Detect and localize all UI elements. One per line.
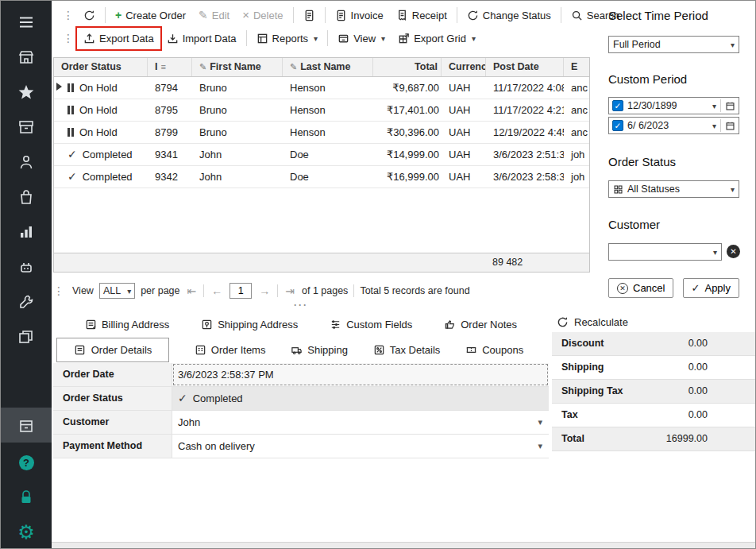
view-button[interactable]: View ▾ [332,29,391,48]
payment-method-field[interactable]: Cash on delivery [172,435,549,458]
tab-order-details[interactable]: Order Details [56,338,169,362]
check-icon: ✓ [68,166,77,188]
toolbar-drag-handle[interactable]: ⋮ [63,32,73,44]
view-icon [338,33,349,44]
tab-order-notes[interactable]: Order Notes [444,319,517,331]
sidebar-item-help[interactable]: ? [1,447,52,477]
totals-row-discount: Discount0.00 [552,332,755,356]
table-row[interactable]: ✓Completed 9342 John Doe ₹16,999.00 UAH … [54,166,589,188]
sidebar-item-customers[interactable] [1,147,52,177]
edit-button[interactable]: ✎ Edit [193,6,235,25]
recalculate-label: Recalculate [574,316,628,328]
change-status-button[interactable]: Change Status [461,6,557,25]
column-header-total[interactable]: Total [373,58,442,76]
sidebar-item-cards[interactable] [1,322,52,352]
sidebar-item-settings[interactable]: ⚙ [1,517,52,547]
app-window: ? ⚙ ⋮ + Create Order ✎ Edit × Delete [0,0,756,549]
sidebar-item-reports[interactable] [1,217,52,247]
reports-label: Reports [272,33,309,44]
sidebar-item-store[interactable] [1,42,52,72]
last-page-button[interactable]: ⇥ [284,284,296,297]
page-number-input[interactable] [230,283,252,299]
form-row-order-status: Order Status ✓ Completed [53,387,549,411]
create-order-label: Create Order [125,10,186,21]
checkbox-checked-icon[interactable]: ✓ [612,100,623,111]
sidebar-item-plugins[interactable] [1,252,52,282]
customer-label: Customer [53,411,172,434]
recalculate-button[interactable]: Recalculate [552,311,755,332]
refresh-icon [83,10,95,21]
sidebar-item-archive[interactable] [1,112,52,142]
table-row[interactable]: On Hold 8794 Bruno Henson ₹9,687.00 UAH … [54,77,589,99]
toolbar-separator [457,7,457,23]
tab-custom-fields[interactable]: Custom Fields [330,319,412,331]
export-grid-button[interactable]: Export Grid ▾ [392,29,481,48]
reports-button[interactable]: Reports ▾ [251,29,324,48]
cancel-circle-icon: ✕ [617,283,628,294]
column-header-last-name[interactable]: ✎Last Name [283,58,373,76]
pager-bar: ⋮ View ALL ▾ per page ⇤ ← → ⇥ of 1 pages… [53,280,590,301]
toolbar-drag-handle[interactable]: ⋮ [63,9,73,21]
order-status-field[interactable]: ✓ Completed [172,387,549,410]
cancel-button[interactable]: ✕ Cancel [608,278,673,298]
sidebar-item-menu[interactable] [1,7,52,37]
customer-input[interactable] [613,246,712,258]
clear-customer-button[interactable]: ✕ [727,245,740,258]
date-to-picker[interactable]: ✓ 6/ 6/2023 ▾ [608,117,739,134]
invoice-button[interactable]: Invoice [330,6,389,25]
chevron-down-icon: ▾ [731,185,735,194]
pencil-icon: ✎ [199,10,208,21]
column-header-id[interactable]: I≡ [148,58,192,76]
form-row-order-date: Order Date 3/6/2023 2:58:37 PM [53,363,549,387]
x-icon: × [242,10,249,21]
change-status-label: Change Status [483,10,551,21]
column-header-currency[interactable]: Currency [442,58,486,76]
order-status-select[interactable]: All Statuses ▾ [608,180,739,198]
table-row[interactable]: ✓Completed 9341 John Doe ₹14,999.00 UAH … [54,144,589,166]
checkbox-checked-icon[interactable]: ✓ [612,120,623,131]
time-period-select[interactable]: Full Period ▾ [608,36,739,53]
export-data-button[interactable]: Export Data [78,29,160,48]
column-header-first-name[interactable]: ✎First Name [192,58,283,76]
date-from-picker[interactable]: ✓ 12/30/1899 ▾ [608,97,739,114]
column-header-order-status[interactable]: Order Status [54,58,148,76]
receipt-label: Receipt [412,10,447,21]
refresh-button[interactable] [78,6,101,25]
tab-billing-address[interactable]: Billing Address [85,319,169,331]
total-sum-value: 89 482 [492,257,523,268]
tab-shipping-address[interactable]: Shipping Address [201,319,298,331]
sidebar-item-tools[interactable] [1,287,52,317]
table-row[interactable]: On Hold 8795 Bruno Henson ₹17,401.00 UAH… [54,99,589,122]
customer-field[interactable]: John [172,411,549,434]
customer-combo[interactable]: ▾ [608,243,722,261]
table-row[interactable]: On Hold 8799 Bruno Henson ₹30,396.00 UAH… [54,122,589,144]
sidebar-item-lock[interactable] [1,482,52,512]
pager-drag-handle[interactable]: ⋮ [53,284,64,297]
create-order-button[interactable]: + Create Order [110,6,191,25]
delete-button[interactable]: × Delete [237,6,288,25]
first-page-button[interactable]: ⇤ [186,284,199,297]
prev-page-button[interactable]: ← [210,284,224,297]
order-status-label: Order Status [53,387,172,410]
page-size-select[interactable]: ALL ▾ [99,283,135,299]
print-document-button[interactable] [298,6,321,25]
sidebar-item-sales[interactable] [1,182,52,212]
export-data-label: Export Data [99,33,154,44]
next-page-button[interactable]: → [257,284,272,297]
bag-icon [17,188,35,206]
panel-splitter-handle[interactable]: ··· [53,301,549,309]
tab-coupons[interactable]: Coupons [465,344,523,356]
order-date-field[interactable]: 3/6/2023 2:58:37 PM [172,363,549,386]
receipt-button[interactable]: Receipt [391,6,453,25]
column-header-post-date[interactable]: Post Date [486,58,564,76]
tab-tax-details[interactable]: Tax Details [373,344,441,356]
shipping-icon [291,344,303,356]
tab-shipping[interactable]: Shipping [291,344,348,356]
column-header-email[interactable]: E [564,58,589,76]
sidebar-item-orders[interactable] [1,411,52,441]
totals-row-shipping-tax: Shipping Tax0.00 [552,380,755,404]
sidebar-item-favorites[interactable] [1,77,52,107]
apply-button[interactable]: ✓ Apply [683,278,739,298]
import-data-button[interactable]: Import Data [161,29,242,48]
tab-order-items[interactable]: Order Items [195,344,266,356]
